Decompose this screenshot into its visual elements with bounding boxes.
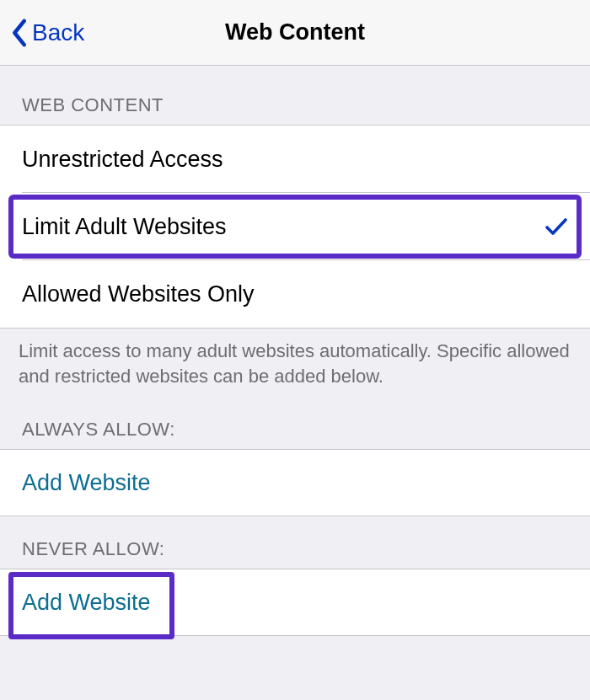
section-header-never-allow: NEVER ALLOW:: [0, 516, 590, 569]
add-website-label: Add Website: [22, 590, 151, 616]
section-header-always-allow: ALWAYS ALLOW:: [0, 397, 590, 449]
section-footer-web-content: Limit access to many adult websites auto…: [0, 329, 590, 397]
nav-bar: Back Web Content: [0, 0, 590, 66]
add-website-label: Add Website: [22, 470, 151, 496]
chevron-left-icon: [10, 19, 29, 47]
web-content-options: Unrestricted Access Limit Adult Websites…: [0, 125, 590, 329]
page-title: Web Content: [225, 19, 365, 45]
add-website-never-allow[interactable]: Add Website: [0, 569, 590, 636]
option-label: Allowed Websites Only: [22, 281, 255, 307]
section-header-web-content: WEB CONTENT: [0, 66, 590, 125]
option-label: Limit Adult Websites: [22, 214, 227, 240]
option-allowed-websites-only[interactable]: Allowed Websites Only: [0, 260, 590, 328]
option-label: Unrestricted Access: [22, 147, 223, 173]
checkmark-icon: [544, 216, 568, 237]
option-limit-adult-websites[interactable]: Limit Adult Websites: [0, 193, 590, 260]
back-button[interactable]: Back: [0, 19, 84, 47]
add-website-always-allow[interactable]: Add Website: [0, 449, 590, 516]
back-label: Back: [32, 19, 84, 46]
option-unrestricted-access[interactable]: Unrestricted Access: [0, 126, 590, 193]
